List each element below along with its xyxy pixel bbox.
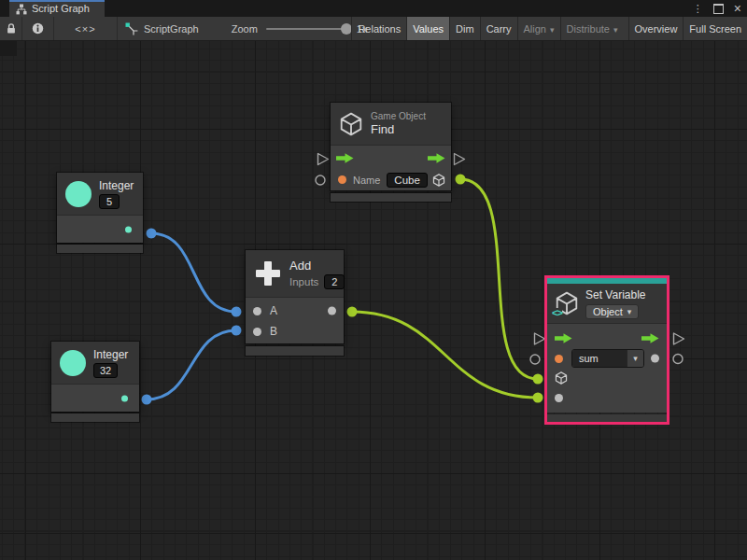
graph-breadcrumb[interactable]: ScriptGraph — [118, 22, 207, 35]
flow-in-arrow-icon[interactable] — [336, 153, 354, 163]
port-label-a: A — [270, 304, 277, 317]
zoom-control: Zoom 1x — [232, 23, 368, 35]
node-integer-2[interactable]: Integer 32 — [51, 342, 139, 422]
value-input-port[interactable] — [555, 394, 563, 402]
zoom-slider[interactable] — [266, 28, 348, 30]
node-title: Add — [289, 259, 311, 273]
code-brackets-glyph: <> — [552, 308, 562, 317]
zoom-label: Zoom — [232, 23, 258, 35]
inputs-label: Inputs — [289, 276, 318, 287]
input-port-a[interactable] — [253, 307, 261, 315]
node-title: Integer — [93, 348, 128, 361]
inspect-button[interactable] — [22, 17, 54, 40]
port-label-b: B — [270, 325, 277, 338]
node-add[interactable]: Add Inputs 2 A B — [246, 250, 344, 356]
integer-output-port[interactable] — [125, 226, 132, 232]
integer-type-icon — [60, 350, 86, 376]
chevron-down-icon: ▾ — [613, 25, 618, 35]
node-category: Game Object — [371, 111, 426, 121]
zoom-slider-handle[interactable] — [341, 23, 352, 35]
node-gameobject-find[interactable]: Game Object Find Name Cube — [331, 103, 451, 202]
node-integer-1[interactable]: Integer 5 — [57, 173, 143, 253]
values-button[interactable]: Values — [406, 17, 449, 40]
variable-name-value: sum — [572, 350, 627, 367]
maximize-icon[interactable] — [713, 4, 724, 14]
tab-bar: Script Graph ⋮ × — [0, 0, 747, 17]
variable-name-input-port[interactable] — [555, 355, 563, 363]
tab-script-graph[interactable]: Script Graph — [9, 0, 105, 17]
integer-output-port[interactable] — [121, 395, 128, 401]
name-value-input[interactable]: Cube — [387, 173, 428, 188]
toolbar-buttons: Relations Values Dim Carry Align ▾ Distr… — [351, 17, 747, 40]
tab-title: Script Graph — [32, 3, 90, 14]
node-footer — [246, 346, 344, 356]
overview-button[interactable]: Overview — [628, 17, 684, 40]
carry-button[interactable]: Carry — [480, 17, 517, 40]
graph-hierarchy-icon — [16, 4, 27, 15]
node-title: Find — [371, 122, 394, 136]
flow-out-arrow-icon[interactable] — [428, 153, 445, 163]
node-footer — [57, 245, 143, 253]
chevron-down-icon[interactable]: ▾ — [627, 350, 643, 367]
chevron-down-icon: ▾ — [550, 25, 555, 35]
gameobject-output-port-icon[interactable] — [432, 174, 445, 187]
variable-name-dropdown[interactable]: sum ▾ — [571, 349, 644, 368]
name-label: Name — [353, 175, 380, 186]
lock-button[interactable] — [0, 17, 22, 40]
graph-toolbar: <×> ScriptGraph Zoom 1x Relations Values… — [0, 17, 747, 41]
window-menu-icon[interactable]: ⋮ — [693, 3, 703, 15]
info-icon — [32, 22, 44, 35]
flow-out-arrow-icon[interactable] — [641, 333, 659, 343]
node-footer — [331, 193, 451, 202]
graph-name-label: ScriptGraph — [144, 23, 199, 35]
value-output-port[interactable] — [651, 355, 659, 363]
set-variable-icon: <> — [555, 291, 579, 315]
node-title: Integer — [99, 179, 134, 192]
inputs-count-input[interactable]: 2 — [324, 274, 345, 289]
integer-value-input[interactable]: 32 — [93, 363, 118, 378]
dim-button[interactable]: Dim — [449, 17, 480, 40]
lock-icon — [6, 22, 17, 35]
align-dropdown[interactable]: Align ▾ — [517, 17, 560, 40]
code-preview-button[interactable]: <×> — [54, 17, 118, 40]
script-graph-icon — [125, 22, 138, 35]
node-title: Set Variable — [585, 288, 645, 301]
object-input-port-icon[interactable] — [555, 371, 568, 385]
add-icon — [254, 259, 282, 287]
node-set-variable[interactable]: <> Set Variable Object ▾ — [544, 275, 669, 425]
close-icon[interactable]: × — [734, 4, 741, 13]
gameobject-cube-icon — [339, 112, 363, 136]
canvas-corner — [0, 41, 17, 56]
distribute-dropdown[interactable]: Distribute ▾ — [560, 17, 624, 40]
fullscreen-button[interactable]: Full Screen — [683, 17, 747, 40]
integer-value-input[interactable]: 5 — [99, 194, 120, 209]
script-graph-window: Script Graph ⋮ × <×> — [0, 0, 747, 560]
chevron-down-icon: ▾ — [627, 307, 632, 316]
variable-scope-dropdown[interactable]: Object ▾ — [585, 304, 639, 319]
node-footer — [547, 414, 667, 422]
node-footer — [51, 413, 139, 422]
relations-button[interactable]: Relations — [351, 17, 406, 40]
name-input-port[interactable] — [338, 175, 346, 184]
window-controls: ⋮ × — [693, 0, 741, 17]
integer-type-icon — [65, 181, 92, 207]
input-port-b[interactable] — [253, 328, 261, 336]
flow-in-arrow-icon[interactable] — [555, 333, 572, 343]
sum-output-port[interactable] — [328, 307, 336, 315]
code-icon: <×> — [75, 23, 95, 35]
